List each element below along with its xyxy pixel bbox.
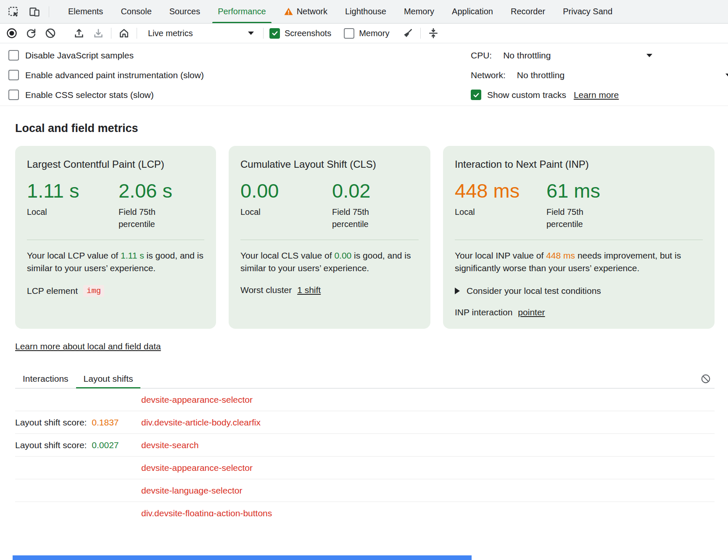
tab-sources[interactable]: Sources	[161, 0, 209, 23]
checkbox-unchecked-icon	[8, 90, 19, 100]
checkbox-unchecked-icon	[8, 50, 19, 61]
block-icon	[45, 27, 56, 39]
load-profile-button[interactable]	[72, 26, 86, 40]
show-custom-tracks-row: Show custom tracks Learn more	[471, 85, 728, 105]
disable-js-samples-label: Disable JavaScript samples	[25, 50, 134, 61]
performance-toolbar: Live metrics Screenshots Memory	[0, 24, 728, 43]
cls-local-label: Local	[240, 206, 290, 218]
local-test-conditions-expander[interactable]: Consider your local test conditions	[455, 286, 703, 296]
inp-interaction-label: INP interaction	[455, 307, 512, 317]
chevron-down-icon	[248, 32, 254, 35]
home-icon	[118, 27, 130, 39]
tab-elements[interactable]: Elements	[59, 0, 112, 23]
tab-recorder[interactable]: Recorder	[502, 0, 554, 23]
chevron-down-icon[interactable]	[646, 54, 652, 57]
inp-values: 448 ms Local 61 ms Field 75th percentile	[455, 180, 703, 230]
cls-field-label: Field 75th percentile	[332, 206, 382, 230]
lcp-desc-value: 1.11 s	[121, 251, 144, 260]
shift-node-link[interactable]: devsite-appearance-selector	[141, 463, 253, 473]
reload-and-record-button[interactable]	[24, 26, 38, 40]
brush-icon	[402, 27, 414, 39]
cpu-throttling-row: CPU: No throttling	[471, 45, 728, 65]
inp-description: Your local INP value of 448 ms needs imp…	[455, 249, 703, 274]
tab-network[interactable]: Network	[275, 0, 336, 23]
cls-card: Cumulative Layout Shift (CLS) 0.00 Local…	[229, 146, 430, 329]
capture-settings-left: Disable JavaScript samples Enable advanc…	[0, 45, 471, 105]
cls-desc-prefix: Your local CLS value of	[240, 251, 332, 260]
css-selector-stats-label: Enable CSS selector stats (slow)	[25, 90, 154, 100]
lcp-card: Largest Contentful Paint (LCP) 1.11 s Lo…	[15, 146, 216, 329]
lcp-field-label: Field 75th percentile	[119, 206, 168, 230]
score-label: Layout shift score:	[15, 417, 87, 427]
layout-shift-row: Layout shift score: 0.0027 devsite-searc…	[15, 434, 715, 457]
advanced-paint-checkbox[interactable]: Enable advanced paint instrumentation (s…	[0, 65, 471, 85]
clear-recording-button[interactable]	[44, 26, 57, 40]
inp-field-label: Field 75th percentile	[546, 206, 596, 230]
divider	[240, 240, 419, 240]
inspect-element-button[interactable]	[7, 5, 20, 18]
cls-field-value: 0.02	[332, 180, 382, 201]
tab-console[interactable]: Console	[112, 0, 160, 23]
lcp-local-column: 1.11 s Local	[27, 180, 119, 230]
clear-log-button[interactable]	[699, 372, 712, 385]
expand-triangle-icon	[455, 288, 460, 294]
memory-checkbox[interactable]: Memory	[344, 28, 389, 39]
tab-application[interactable]: Application	[443, 0, 502, 23]
garbage-collect-button[interactable]	[401, 26, 414, 40]
lcp-field-value: 2.06 s	[119, 180, 172, 201]
learn-more-link[interactable]: Learn more	[574, 90, 619, 100]
lcp-values: 1.11 s Local 2.06 s Field 75th percentil…	[27, 180, 204, 230]
live-metrics-dropdown[interactable]: Live metrics	[143, 29, 257, 38]
shift-node-link[interactable]: devsite-appearance-selector	[141, 395, 253, 405]
tab-memory[interactable]: Memory	[395, 0, 443, 23]
cls-worst-cluster-label: Worst cluster	[240, 285, 292, 295]
network-throttling-select[interactable]: No throttling	[517, 70, 564, 80]
cpu-throttling-select[interactable]: No throttling	[503, 50, 551, 61]
css-selector-stats-checkbox[interactable]: Enable CSS selector stats (slow)	[0, 85, 471, 105]
device-toolbar-button[interactable]	[28, 5, 41, 18]
save-profile-button[interactable]	[92, 26, 105, 40]
memory-label: Memory	[359, 29, 389, 38]
record-icon	[6, 27, 18, 39]
section-title: Local and field metrics	[15, 122, 715, 135]
collapse-tracks-button[interactable]	[427, 26, 440, 40]
horizontal-scrollbar-thumb[interactable]	[13, 555, 472, 560]
live-metrics-label: Live metrics	[148, 29, 193, 38]
cls-worst-cluster-link[interactable]: 1 shift	[297, 285, 321, 295]
tab-privacy-sandbox[interactable]: Privacy Sand	[554, 0, 621, 23]
tab-interactions[interactable]: Interactions	[15, 369, 76, 388]
tab-layout-shifts[interactable]: Layout shifts	[76, 369, 141, 388]
tab-lighthouse[interactable]: Lighthouse	[336, 0, 395, 23]
screenshots-label: Screenshots	[285, 29, 331, 38]
record-button[interactable]	[5, 26, 18, 40]
lcp-element-node-link[interactable]: img	[83, 285, 104, 297]
checkbox-checked-icon	[269, 28, 280, 39]
shift-node-link[interactable]: devsite-search	[141, 440, 199, 450]
home-button[interactable]	[117, 26, 131, 40]
tab-label: Sources	[169, 7, 200, 16]
shift-node-link[interactable]: div.devsite-article-body.clearfix	[141, 417, 261, 428]
collapse-arrows-icon	[427, 27, 439, 39]
cls-local-column: 0.00 Local	[240, 180, 332, 230]
tab-performance[interactable]: Performance	[209, 0, 275, 23]
reload-icon	[25, 27, 37, 39]
divider	[27, 240, 204, 240]
checkbox-checked-icon[interactable]	[471, 90, 481, 100]
lcp-card-title: Largest Contentful Paint (LCP)	[27, 158, 204, 170]
tab-label: Application	[452, 7, 493, 16]
network-throttling-row: Network: No throttling	[471, 65, 728, 85]
cls-worst-cluster-row: Worst cluster 1 shift	[240, 285, 419, 295]
shift-node-link[interactable]: div.devsite-floating-action-buttons	[141, 508, 272, 517]
logs-tabs: Interactions Layout shifts	[15, 369, 715, 388]
panel-tabs: Elements Console Sources Performance Net…	[59, 0, 621, 23]
inspect-cursor-icon	[8, 6, 19, 18]
screenshots-checkbox[interactable]: Screenshots	[269, 28, 331, 39]
tab-label: Console	[121, 7, 151, 16]
inp-desc-value: 448 ms	[546, 251, 575, 260]
disable-js-samples-checkbox[interactable]: Disable JavaScript samples	[0, 45, 471, 65]
shift-node-link[interactable]: devsite-language-selector	[141, 486, 242, 496]
inp-field-column: 61 ms Field 75th percentile	[546, 180, 600, 230]
learn-more-local-field-link[interactable]: Learn more about local and field data	[15, 341, 161, 351]
chevron-down-icon[interactable]	[725, 74, 728, 77]
inp-interaction-link[interactable]: pointer	[518, 307, 545, 317]
